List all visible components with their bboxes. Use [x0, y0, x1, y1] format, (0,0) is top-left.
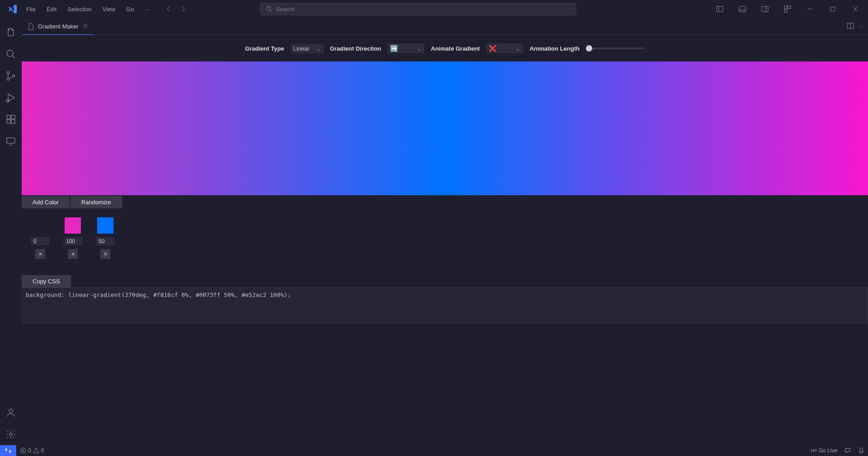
svg-line-16 [12, 56, 15, 58]
swatches: 0 ✕ 100 ✕ 50 ✕ [22, 208, 868, 262]
activity-search-icon[interactable] [0, 43, 22, 65]
color-swatch[interactable] [32, 217, 48, 234]
animation-length-label: Animation Length [529, 45, 580, 52]
swatch-position-input[interactable]: 50 [96, 237, 115, 245]
swatch-item: 100 ✕ [63, 217, 82, 259]
tab-close-icon[interactable] [82, 23, 89, 30]
swatch-delete-button[interactable]: ✕ [68, 249, 78, 259]
gradient-type-select[interactable]: Linear ⌄ [291, 44, 324, 53]
error-icon [20, 447, 26, 454]
svg-rect-25 [7, 138, 15, 143]
nav-arrows [163, 4, 189, 14]
randomize-button[interactable]: Randomize [71, 196, 122, 208]
tab-title: Gradient Maker [38, 23, 79, 30]
gradient-direction-label: Gradient Direction [330, 45, 381, 52]
swatch-position-input[interactable]: 0 [31, 237, 50, 245]
gradient-type-label: Gradient Type [245, 45, 284, 52]
activity-explorer-icon[interactable] [0, 22, 22, 43]
chevron-down-icon: ⌄ [515, 45, 520, 52]
vscode-logo-icon [7, 4, 18, 14]
status-feedback-icon[interactable] [841, 447, 854, 454]
tab-actions: ··· [847, 18, 868, 35]
swatch-position-input[interactable]: 100 [63, 237, 82, 245]
svg-point-18 [7, 78, 9, 80]
color-swatch[interactable] [97, 217, 113, 234]
activity-accounts-icon[interactable] [0, 402, 22, 423]
nav-back-icon[interactable] [163, 4, 174, 14]
window-minimize-icon[interactable] [801, 2, 819, 16]
menu-selection[interactable]: Selection [63, 3, 96, 15]
swatch-item: 0 ✕ [31, 217, 50, 259]
svg-point-28 [9, 433, 12, 436]
svg-point-17 [7, 72, 9, 74]
gradient-preview [22, 61, 868, 195]
layout-left-icon[interactable] [711, 2, 729, 16]
animation-length-slider[interactable] [586, 47, 645, 49]
status-bell-icon[interactable] [854, 447, 868, 454]
svg-line-1 [270, 10, 272, 12]
swatch-delete-button[interactable]: ✕ [35, 249, 45, 259]
tab-gradient-maker[interactable]: Gradient Maker [22, 18, 94, 35]
svg-rect-2 [717, 6, 723, 12]
swatch-delete-button[interactable]: ✕ [100, 249, 110, 259]
file-icon [27, 23, 34, 30]
status-problems[interactable]: 0 0 [16, 447, 47, 454]
menu-edit[interactable]: Edit [42, 3, 61, 15]
broadcast-icon [811, 447, 817, 454]
nav-forward-icon[interactable] [178, 4, 189, 14]
gradient-type-value: Linear [293, 45, 310, 52]
animate-gradient-value: ❌ [489, 45, 496, 52]
menu-file[interactable]: File [22, 3, 40, 15]
warning-count: 0 [41, 447, 44, 454]
svg-rect-4 [739, 6, 745, 12]
svg-rect-24 [11, 115, 15, 119]
button-row: Add Color Randomize [22, 196, 868, 208]
layout-right-icon[interactable] [756, 2, 774, 16]
menu-bar: File Edit Selection View Go ··· [22, 3, 154, 15]
error-count: 0 [28, 447, 31, 454]
status-go-live[interactable]: Go Live [807, 447, 841, 454]
svg-point-27 [9, 409, 13, 413]
activity-bar [0, 18, 22, 445]
title-right [711, 2, 864, 16]
search-input[interactable]: Search [260, 3, 576, 15]
activity-run-debug-icon[interactable] [0, 87, 22, 108]
editor-area: Gradient Type Linear ⌄ Gradient Directio… [22, 35, 868, 445]
activity-source-control-icon[interactable] [0, 65, 22, 87]
gradient-direction-value: ➡️ [390, 45, 398, 52]
search-placeholder: Search [276, 6, 294, 13]
css-output[interactable]: background: linear-gradient(270deg, #f81… [22, 287, 868, 324]
split-editor-icon[interactable] [847, 22, 854, 31]
menu-go[interactable]: Go [122, 3, 138, 15]
add-color-button[interactable]: Add Color [22, 196, 70, 208]
window-maximize-icon[interactable] [824, 2, 842, 16]
activity-remote-icon[interactable] [0, 130, 22, 152]
copy-css-button[interactable]: Copy CSS [22, 275, 71, 287]
menu-view[interactable]: View [98, 3, 120, 15]
title-bar: File Edit Selection View Go ··· Search [0, 0, 868, 18]
menu-more-icon[interactable]: ··· [140, 3, 154, 15]
more-actions-icon[interactable]: ··· [859, 23, 863, 30]
svg-rect-21 [7, 115, 10, 119]
activity-settings-icon[interactable] [0, 423, 22, 445]
activity-extensions-icon[interactable] [0, 108, 22, 130]
svg-point-36 [813, 450, 815, 451]
gradient-direction-select[interactable]: ➡️ ⌄ [387, 43, 425, 53]
slider-thumb[interactable] [586, 45, 592, 52]
svg-rect-23 [11, 120, 15, 123]
svg-rect-9 [788, 6, 791, 9]
layout-bottom-icon[interactable] [733, 2, 751, 16]
status-bar: 0 0 Go Live [0, 445, 868, 456]
animate-gradient-select[interactable]: ❌ ⌄ [486, 43, 523, 53]
warning-icon [33, 447, 39, 454]
layout-customize-icon[interactable] [778, 2, 797, 16]
window-close-icon[interactable] [846, 2, 864, 16]
svg-rect-22 [7, 120, 10, 123]
animate-gradient-label: Animate Gradient [431, 45, 480, 52]
color-swatch[interactable] [65, 217, 81, 234]
go-live-label: Go Live [819, 447, 837, 454]
tab-bar: Gradient Maker ··· [22, 18, 868, 35]
svg-rect-10 [784, 9, 787, 12]
status-remote-icon[interactable] [0, 445, 16, 456]
chevron-down-icon: ⌄ [316, 45, 321, 52]
